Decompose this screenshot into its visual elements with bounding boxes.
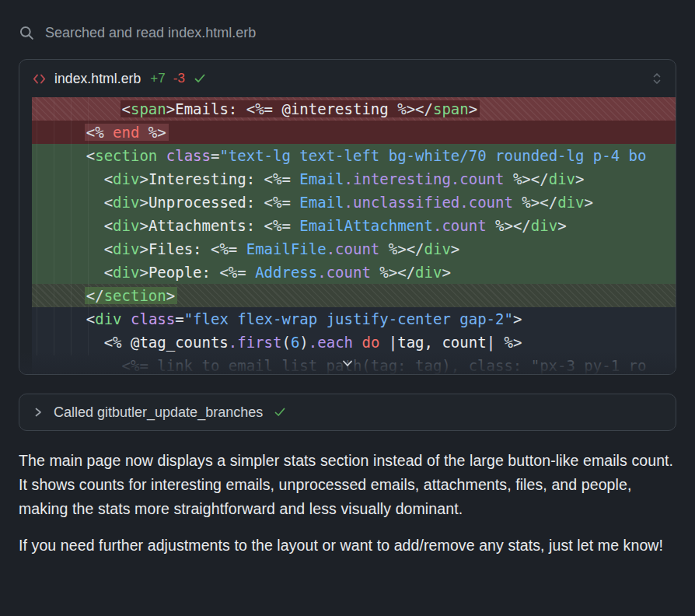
code-line: <span>Emails: <%= @interesting %></span>	[32, 97, 676, 121]
answer-paragraph: If you need further adjustments to the l…	[19, 534, 676, 558]
additions-count: +7	[150, 71, 165, 86]
code-line: <% @tag_counts.first(6).each do |tag, co…	[32, 331, 676, 354]
code-line: </section>	[32, 284, 676, 307]
word-diff-highlight: <% end %>	[86, 124, 166, 141]
check-icon	[273, 405, 287, 419]
code-line: <div>People: <%= Address.count %></div>	[32, 261, 676, 284]
code-line: <div>Attachments: <%= EmailAttachment.co…	[32, 214, 676, 237]
chevron-down-icon[interactable]	[341, 359, 354, 369]
file-diff-header[interactable]: index.html.erb +7 -3	[19, 60, 676, 97]
tool-status-line: Searched and read index.html.erb	[19, 23, 676, 42]
tool-call-row[interactable]: Called gitbutler_update_branches	[19, 394, 676, 431]
chat-message: Searched and read index.html.erb index.h…	[0, 23, 695, 558]
code-line: <div class="flex flex-wrap justify-cente…	[32, 307, 676, 331]
code-line: <div>Interesting: <%= Email.interesting.…	[32, 167, 676, 191]
code-line: <div>Files: <%= EmailFile.count %></div>	[32, 237, 676, 261]
unfold-icon[interactable]	[651, 71, 663, 86]
code-lines: <span>Emails: <%= @interesting %></span>…	[32, 97, 676, 375]
file-name: index.html.erb	[54, 71, 141, 87]
file-diff-panel: index.html.erb +7 -3 <span>Emails: <%= @…	[19, 59, 676, 375]
tool-status-label: Searched and read index.html.erb	[45, 25, 256, 41]
word-diff-highlight: <span>Emails: <%= @interesting %></span>	[122, 100, 478, 117]
answer-paragraph: The main page now displays a simpler sta…	[19, 449, 676, 521]
word-diff-highlight: </section>	[86, 287, 175, 304]
search-icon	[19, 25, 35, 41]
code-diff-icon	[32, 72, 47, 86]
check-icon	[193, 72, 207, 86]
deletions-count: -3	[173, 71, 185, 86]
assistant-answer: The main page now displays a simpler sta…	[19, 449, 676, 558]
code-line: <div>Unprocessed: <%= Email.unclassified…	[32, 191, 676, 214]
chevron-right-icon	[33, 406, 44, 418]
code-line: <% end %>	[32, 121, 676, 144]
tool-call-label: Called gitbutler_update_branches	[54, 404, 263, 421]
code-line: <section class="text-lg text-left bg-whi…	[32, 144, 676, 167]
